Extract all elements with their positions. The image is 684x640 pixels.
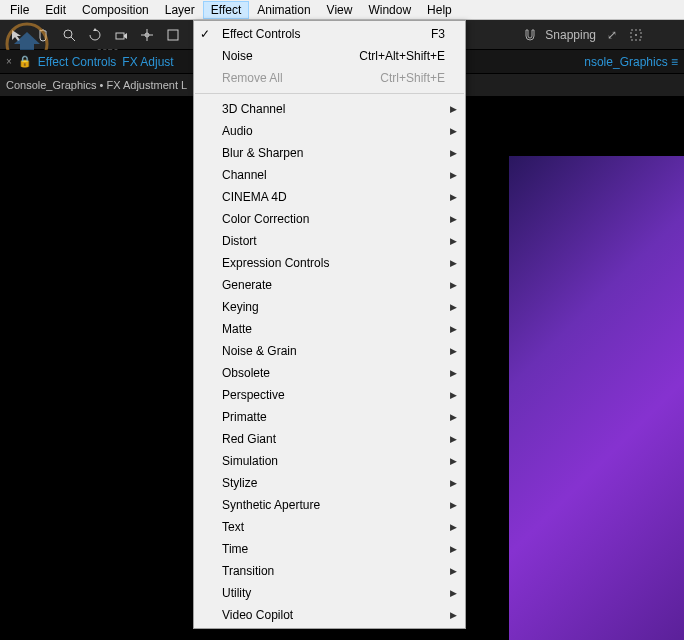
magnet-icon[interactable] — [523, 28, 537, 42]
menu-category-keying[interactable]: Keying▶ — [194, 296, 465, 318]
tab-fx-adjust[interactable]: FX Adjust — [122, 55, 173, 69]
submenu-arrow-icon: ▶ — [450, 170, 457, 180]
svg-rect-4 — [116, 33, 124, 39]
menu-effect[interactable]: Effect — [203, 1, 249, 19]
anchor-tool-icon[interactable] — [134, 22, 160, 48]
snap-expand-icon[interactable]: ⤢ — [604, 27, 620, 43]
submenu-arrow-icon: ▶ — [450, 522, 457, 532]
menu-item-label: Perspective — [222, 388, 285, 402]
menu-animation[interactable]: Animation — [249, 1, 318, 19]
hand-tool-icon[interactable] — [30, 22, 56, 48]
camera-tool-icon[interactable] — [108, 22, 134, 48]
submenu-arrow-icon: ▶ — [450, 126, 457, 136]
submenu-arrow-icon: ▶ — [450, 148, 457, 158]
menubar: FileEditCompositionLayerEffectAnimationV… — [0, 0, 684, 20]
menu-category-simulation[interactable]: Simulation▶ — [194, 450, 465, 472]
lock-icon[interactable]: 🔒 — [18, 55, 32, 68]
menu-item-label: Stylize — [222, 476, 257, 490]
menu-view[interactable]: View — [319, 1, 361, 19]
menu-category-matte[interactable]: Matte▶ — [194, 318, 465, 340]
menu-category-blur-sharpen[interactable]: Blur & Sharpen▶ — [194, 142, 465, 164]
zoom-tool-icon[interactable] — [56, 22, 82, 48]
menu-item-label: Synthetic Aperture — [222, 498, 320, 512]
menu-category-text[interactable]: Text▶ — [194, 516, 465, 538]
menu-category-audio[interactable]: Audio▶ — [194, 120, 465, 142]
menu-category-perspective[interactable]: Perspective▶ — [194, 384, 465, 406]
composition-preview — [509, 156, 684, 640]
menu-category-video-copilot[interactable]: Video Copilot▶ — [194, 604, 465, 626]
shape-tool-icon[interactable] — [160, 22, 186, 48]
menu-category-red-giant[interactable]: Red Giant▶ — [194, 428, 465, 450]
menu-category-color-correction[interactable]: Color Correction▶ — [194, 208, 465, 230]
submenu-arrow-icon: ▶ — [450, 302, 457, 312]
menu-category-time[interactable]: Time▶ — [194, 538, 465, 560]
menu-item-label: Expression Controls — [222, 256, 329, 270]
close-panel-icon[interactable]: × — [6, 56, 12, 67]
menu-item-label: Keying — [222, 300, 259, 314]
menu-item-noise[interactable]: NoiseCtrl+Alt+Shift+E — [194, 45, 465, 67]
menu-item-label: Transition — [222, 564, 274, 578]
submenu-arrow-icon: ▶ — [450, 478, 457, 488]
submenu-arrow-icon: ▶ — [450, 214, 457, 224]
check-icon: ✓ — [200, 27, 210, 41]
menu-file[interactable]: File — [2, 1, 37, 19]
menu-item-remove-all: Remove AllCtrl+Shift+E — [194, 67, 465, 89]
svg-line-3 — [71, 37, 75, 41]
effect-menu-dropdown: ✓Effect ControlsF3NoiseCtrl+Alt+Shift+ER… — [193, 20, 466, 629]
menu-item-label: Text — [222, 520, 244, 534]
menu-shortcut: F3 — [431, 27, 445, 41]
menu-composition[interactable]: Composition — [74, 1, 157, 19]
submenu-arrow-icon: ▶ — [450, 544, 457, 554]
menu-item-label: Noise & Grain — [222, 344, 297, 358]
submenu-arrow-icon: ▶ — [450, 280, 457, 290]
submenu-arrow-icon: ▶ — [450, 368, 457, 378]
menu-item-label: Effect Controls — [222, 27, 300, 41]
submenu-arrow-icon: ▶ — [450, 456, 457, 466]
menu-category-noise-grain[interactable]: Noise & Grain▶ — [194, 340, 465, 362]
menu-shortcut: Ctrl+Shift+E — [380, 71, 445, 85]
submenu-arrow-icon: ▶ — [450, 346, 457, 356]
menu-window[interactable]: Window — [360, 1, 419, 19]
menu-shortcut: Ctrl+Alt+Shift+E — [359, 49, 445, 63]
snap-bounds-icon[interactable] — [628, 27, 644, 43]
menu-category-transition[interactable]: Transition▶ — [194, 560, 465, 582]
submenu-arrow-icon: ▶ — [450, 588, 457, 598]
submenu-arrow-icon: ▶ — [450, 104, 457, 114]
menu-item-label: 3D Channel — [222, 102, 285, 116]
snapping-label[interactable]: Snapping — [545, 28, 596, 42]
snapping-controls: Snapping ⤢ — [523, 20, 644, 50]
menu-edit[interactable]: Edit — [37, 1, 74, 19]
submenu-arrow-icon: ▶ — [450, 258, 457, 268]
menu-item-label: Noise — [222, 49, 253, 63]
svg-rect-8 — [168, 30, 178, 40]
menu-item-label: Simulation — [222, 454, 278, 468]
menu-category-obsolete[interactable]: Obsolete▶ — [194, 362, 465, 384]
selection-tool-icon[interactable] — [4, 22, 30, 48]
menu-category-distort[interactable]: Distort▶ — [194, 230, 465, 252]
tab-console-graphics[interactable]: nsole_Graphics ≡ — [584, 55, 678, 69]
menu-category-expression-controls[interactable]: Expression Controls▶ — [194, 252, 465, 274]
menu-category-stylize[interactable]: Stylize▶ — [194, 472, 465, 494]
menu-item-effect-controls[interactable]: ✓Effect ControlsF3 — [194, 23, 465, 45]
menu-category-channel[interactable]: Channel▶ — [194, 164, 465, 186]
menu-layer[interactable]: Layer — [157, 1, 203, 19]
menu-category-cinema-4d[interactable]: CINEMA 4D▶ — [194, 186, 465, 208]
menu-item-label: Utility — [222, 586, 251, 600]
menu-help[interactable]: Help — [419, 1, 460, 19]
menu-item-label: Color Correction — [222, 212, 309, 226]
tab-effect-controls[interactable]: Effect Controls — [38, 55, 116, 69]
menu-item-label: Video Copilot — [222, 608, 293, 622]
submenu-arrow-icon: ▶ — [450, 434, 457, 444]
menu-category-utility[interactable]: Utility▶ — [194, 582, 465, 604]
menu-category-primatte[interactable]: Primatte▶ — [194, 406, 465, 428]
submenu-arrow-icon: ▶ — [450, 192, 457, 202]
menu-item-label: Time — [222, 542, 248, 556]
submenu-arrow-icon: ▶ — [450, 610, 457, 620]
menu-item-label: Blur & Sharpen — [222, 146, 303, 160]
submenu-arrow-icon: ▶ — [450, 390, 457, 400]
menu-category-3d-channel[interactable]: 3D Channel▶ — [194, 98, 465, 120]
menu-category-synthetic-aperture[interactable]: Synthetic Aperture▶ — [194, 494, 465, 516]
submenu-arrow-icon: ▶ — [450, 412, 457, 422]
menu-category-generate[interactable]: Generate▶ — [194, 274, 465, 296]
rotation-tool-icon[interactable] — [82, 22, 108, 48]
